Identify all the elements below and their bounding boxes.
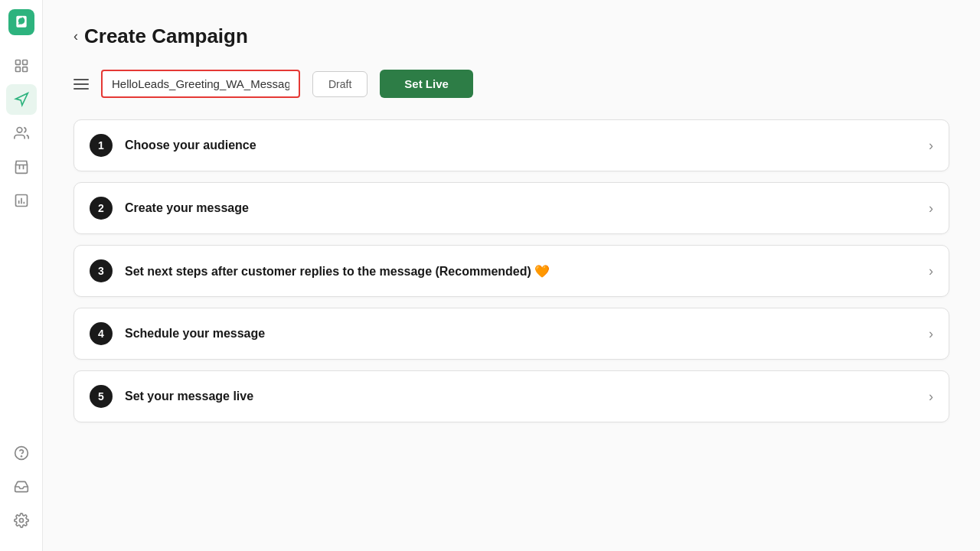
menu-icon[interactable] — [74, 79, 89, 90]
sidebar-item-reports[interactable] — [6, 185, 37, 216]
step-label-2: Create your message — [125, 201, 249, 215]
svg-rect-2 — [15, 67, 20, 72]
sidebar-item-dashboard[interactable] — [6, 51, 37, 81]
sidebar-item-inbox[interactable] — [6, 471, 37, 502]
chevron-right-icon-3: › — [929, 263, 933, 279]
step-left-3: 3 Set next steps after customer replies … — [90, 259, 550, 282]
sidebar — [0, 0, 43, 551]
step-left-2: 2 Create your message — [90, 197, 249, 220]
step-item-3[interactable]: 3 Set next steps after customer replies … — [74, 245, 949, 297]
step-badge-4: 4 — [90, 322, 113, 345]
step-item-2[interactable]: 2 Create your message › — [74, 182, 949, 234]
step-badge-3: 3 — [90, 259, 113, 282]
chevron-right-icon-2: › — [929, 201, 933, 217]
chevron-right-icon-5: › — [929, 389, 933, 405]
sidebar-bottom — [6, 438, 37, 542]
step-badge-2: 2 — [90, 197, 113, 220]
step-item-5[interactable]: 5 Set your message live › — [74, 370, 949, 422]
step-left-5: 5 Set your message live — [90, 385, 253, 408]
main-content: ‹ Create Campaign Draft Set Live 1 Choos… — [43, 0, 980, 551]
sidebar-item-campaigns[interactable] — [6, 84, 37, 115]
app-logo — [8, 9, 34, 35]
step-item-4[interactable]: 4 Schedule your message › — [74, 308, 949, 360]
sidebar-item-help[interactable] — [6, 438, 37, 468]
page-header: ‹ Create Campaign — [74, 24, 949, 48]
campaign-name-input[interactable] — [101, 70, 300, 98]
sidebar-item-store[interactable] — [6, 152, 37, 182]
back-button[interactable]: ‹ — [74, 28, 78, 44]
status-badge: Draft — [312, 71, 368, 97]
sidebar-item-settings[interactable] — [6, 505, 37, 536]
svg-rect-3 — [22, 67, 27, 72]
step-item-1[interactable]: 1 Choose your audience › — [74, 119, 949, 171]
chevron-right-icon-4: › — [929, 326, 933, 342]
step-label-3: Set next steps after customer replies to… — [125, 264, 550, 279]
step-label-5: Set your message live — [125, 390, 253, 403]
step-badge-5: 5 — [90, 385, 113, 408]
page-title: Create Campaign — [84, 24, 248, 48]
svg-point-8 — [19, 519, 23, 523]
step-label-1: Choose your audience — [125, 139, 256, 152]
step-left-4: 4 Schedule your message — [90, 322, 265, 345]
step-badge-1: 1 — [90, 134, 113, 157]
sidebar-item-contacts[interactable] — [6, 118, 37, 148]
svg-rect-1 — [22, 60, 27, 65]
svg-point-4 — [17, 128, 22, 133]
toolbar: Draft Set Live — [74, 70, 949, 98]
svg-rect-0 — [15, 60, 20, 65]
steps-list: 1 Choose your audience › 2 Create your m… — [74, 119, 949, 422]
step-label-4: Schedule your message — [125, 327, 265, 341]
set-live-button[interactable]: Set Live — [380, 70, 473, 98]
chevron-right-icon-1: › — [929, 138, 933, 154]
step-left-1: 1 Choose your audience — [90, 134, 256, 157]
sidebar-nav — [6, 51, 37, 432]
